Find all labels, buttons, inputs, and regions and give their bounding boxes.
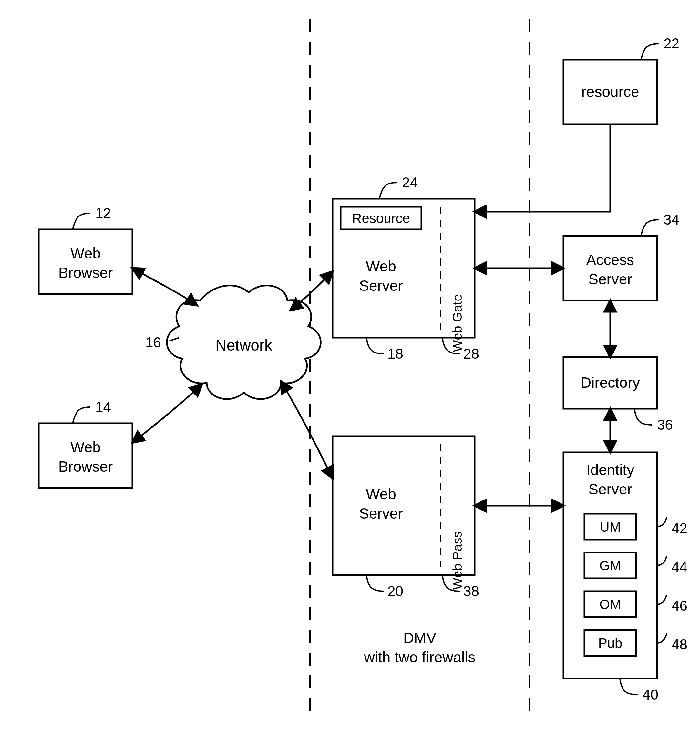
ref-20: 20 xyxy=(387,583,403,599)
svg-text:Identity: Identity xyxy=(586,461,634,478)
ref-28: 28 xyxy=(463,346,479,361)
caption-line2: with two firewalls xyxy=(363,649,475,666)
ref-34: 34 xyxy=(663,212,679,227)
web-server-1: Resource Web Gate Web Server 24 18 28 xyxy=(332,174,479,361)
caption-line1: DMV xyxy=(403,629,437,646)
svg-rect-3 xyxy=(39,423,132,488)
svg-text:Browser: Browser xyxy=(59,458,113,475)
svg-text:Resource: Resource xyxy=(352,211,410,226)
ref-44: 44 xyxy=(672,559,687,575)
svg-text:Pub: Pub xyxy=(598,635,622,651)
conn-network-ws1 xyxy=(291,271,332,310)
ref-48: 48 xyxy=(672,637,687,652)
svg-rect-18 xyxy=(563,236,657,301)
web-server-2: Web Pass Web Server 20 38 xyxy=(332,436,479,599)
svg-text:Network: Network xyxy=(215,337,272,354)
svg-text:OM: OM xyxy=(599,597,621,612)
svg-rect-0 xyxy=(39,229,132,294)
svg-text:resource: resource xyxy=(581,83,639,100)
svg-text:Web: Web xyxy=(366,258,396,275)
svg-text:Access: Access xyxy=(586,251,634,268)
svg-text:Web: Web xyxy=(366,486,396,503)
ref-12: 12 xyxy=(95,205,111,221)
web-browser-1: Web Browser 12 xyxy=(39,205,132,294)
svg-text:Server: Server xyxy=(588,481,632,498)
web-pass-label: Web Pass xyxy=(450,531,464,590)
conn-browser2-network xyxy=(132,385,202,443)
conn-network-ws2 xyxy=(281,381,332,478)
svg-text:Web: Web xyxy=(71,439,101,455)
ref-36: 36 xyxy=(657,417,673,433)
svg-text:UM: UM xyxy=(600,519,621,534)
ref-16: 16 xyxy=(145,335,161,350)
svg-text:Server: Server xyxy=(359,505,403,522)
ref-42: 42 xyxy=(672,520,687,536)
ref-46: 46 xyxy=(672,598,687,613)
web-browser-2: Web Browser 14 xyxy=(39,399,132,488)
conn-resource-ws1 xyxy=(475,124,610,212)
ref-38: 38 xyxy=(463,583,479,599)
ref-22: 22 xyxy=(663,35,679,52)
directory-box: Directory 36 xyxy=(563,357,673,433)
svg-text:Browser: Browser xyxy=(59,264,113,281)
resource-box: resource 22 xyxy=(563,35,679,124)
ref-14: 14 xyxy=(95,399,111,415)
network-cloud: Network 16 xyxy=(145,285,321,399)
svg-text:Server: Server xyxy=(588,271,632,287)
svg-text:Directory: Directory xyxy=(581,374,640,391)
ref-40: 40 xyxy=(643,687,658,702)
svg-text:Server: Server xyxy=(359,277,403,294)
identity-server: Identity Server UM 42 GM 44 OM 46 Pub 48… xyxy=(563,453,687,702)
ref-24: 24 xyxy=(402,174,418,190)
ref-18: 18 xyxy=(387,346,403,361)
conn-browser1-network xyxy=(132,268,197,305)
svg-text:GM: GM xyxy=(599,558,621,573)
access-server: Access Server 34 xyxy=(563,212,679,301)
svg-text:Web: Web xyxy=(71,245,101,262)
web-gate-label: Web Gate xyxy=(450,294,464,352)
